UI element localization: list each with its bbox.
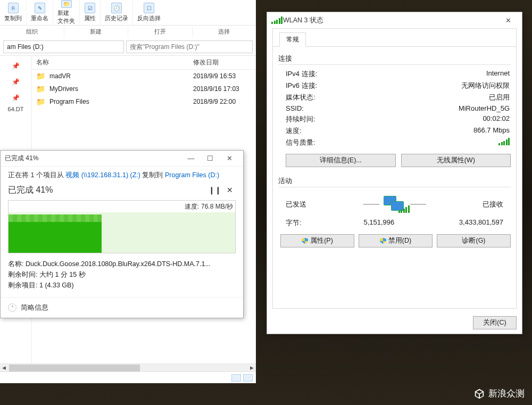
detail-value: 1 (4.33 GB): [39, 282, 74, 289]
kv-key: 速度:: [286, 126, 302, 136]
search-input[interactable]: [130, 43, 249, 51]
copy-progress-dialog: 已完成 41% — ☐ ✕ 正在将 1 个项目从 视频 (\\192.168.3…: [0, 150, 244, 318]
kv-value: MiRouterHD_5G: [459, 104, 510, 112]
search-box[interactable]: [126, 40, 253, 53]
ribbon-copy-to[interactable]: ⎘复制到: [0, 0, 27, 25]
tab-general[interactable]: 常规: [279, 32, 306, 47]
address-text: am Files (D:): [7, 43, 44, 51]
close-button[interactable]: ✕: [498, 14, 518, 26]
scroll-right-icon[interactable]: ▶: [248, 365, 256, 371]
close-button[interactable]: ✕: [220, 153, 239, 164]
wlan-titlebar[interactable]: WLAN 3 状态 ✕: [267, 12, 522, 28]
list-item[interactable]: 📁Program Files2018/9/9 22:00: [32, 95, 256, 108]
signal-strength-icon: [498, 138, 510, 147]
kv-value: 无网络访问权限: [461, 81, 510, 90]
minimize-button[interactable]: —: [181, 153, 201, 164]
activity-graphic: 已发送 已接收: [278, 191, 511, 216]
view-large-button[interactable]: [243, 374, 253, 382]
view-details-button[interactable]: [231, 374, 241, 382]
kv-key: SSID:: [286, 104, 304, 112]
col-date[interactable]: 修改日期: [193, 58, 256, 67]
file-name: Program Files: [49, 98, 193, 105]
properties-button[interactable]: 属性(P): [280, 234, 354, 247]
scrollbar-h[interactable]: ◀ ▶: [0, 363, 256, 371]
ribbon-new-folder[interactable]: 📁新建 文件夹: [53, 0, 80, 25]
scroll-thumb[interactable]: [9, 365, 140, 371]
col-name[interactable]: 名称: [36, 58, 193, 67]
detail-label: 名称:: [8, 260, 23, 268]
network-icon: [384, 196, 406, 213]
properties-icon: ☑: [85, 3, 95, 13]
list-header[interactable]: 名称 修改日期: [32, 56, 256, 70]
pin-icon[interactable]: 📌: [0, 58, 31, 74]
scroll-left-icon[interactable]: ◀: [0, 365, 8, 371]
copy-details: 名称: Duck.Duck.Goose.2018.1080p.BluRay.x2…: [1, 255, 243, 297]
tabstrip: 常规: [273, 29, 516, 47]
maximize-button[interactable]: ☐: [201, 153, 220, 164]
watermark-text: 新浪众测: [488, 387, 525, 400]
new-folder-icon: 📁: [61, 0, 72, 8]
kv-speed: 速度:866.7 Mbps: [278, 125, 511, 137]
sent-dash-icon: [363, 204, 379, 205]
kv-key: 信号质量:: [286, 138, 315, 147]
list-item[interactable]: 📁MyDrivers2018/9/16 17:03: [32, 82, 256, 95]
kv-signal: 信号质量:: [278, 137, 511, 148]
ribbon-group-label: 组织: [0, 27, 64, 38]
pause-button[interactable]: ❙❙: [209, 184, 221, 196]
kv-value: 已启用: [489, 93, 510, 102]
wireless-props-button[interactable]: 无线属性(W): [401, 154, 511, 167]
recv-label: 已接收: [483, 200, 503, 209]
watermark: 新浪众测: [473, 387, 525, 400]
bytes-recv: 3,433,801,597: [429, 218, 503, 228]
kv-ipv6: IPv6 连接:无网络访问权限: [278, 80, 511, 92]
detail-value: Duck.Duck.Goose.2018.1080p.BluRay.x264.D…: [26, 260, 211, 268]
history-icon: 🕘: [111, 3, 122, 13]
ribbon-history[interactable]: 🕘历史记录: [101, 0, 133, 25]
speed-label: 速度:: [185, 202, 199, 211]
tree-item-label[interactable]: 64.DT: [0, 106, 31, 112]
more-info-label: 简略信息: [21, 303, 48, 312]
kv-duration: 持续时间:00:02:02: [278, 113, 511, 125]
scroll-track[interactable]: [9, 365, 247, 371]
close-button[interactable]: 关闭(C): [473, 316, 517, 329]
ribbon-properties[interactable]: ☑属性: [80, 0, 101, 25]
sent-label: 已发送: [286, 200, 306, 209]
detail-row: 名称: Duck.Duck.Goose.2018.1080p.BluRay.x2…: [8, 259, 236, 269]
kv-value: 866.7 Mbps: [473, 126, 510, 136]
copy-description: 正在将 1 个项目从 视频 (\\192.168.31.1) (Z:) 复制到 …: [1, 167, 243, 182]
dialog-titlebar[interactable]: 已完成 41% — ☐ ✕: [1, 151, 243, 167]
ribbon-group-label: 打开: [128, 27, 193, 38]
diagnose-button[interactable]: 诊断(G): [437, 234, 511, 247]
folder-icon: 📁: [36, 72, 45, 80]
section-connection: 连接: [278, 54, 511, 65]
chevron-up-icon: ˄: [8, 303, 16, 312]
address-box[interactable]: am Files (D:): [3, 40, 124, 53]
pin-icon[interactable]: 📌: [0, 90, 31, 106]
ribbon-invert-select[interactable]: ☐反向选择: [133, 0, 165, 25]
kv-key: IPv6 连接:: [286, 81, 317, 90]
disable-button[interactable]: 禁用(D): [359, 234, 433, 247]
detail-label: 剩余时间:: [8, 271, 37, 278]
kv-key: 媒体状态:: [286, 93, 315, 102]
copy-src-link[interactable]: 视频 (\\192.168.31.1) (Z:): [65, 171, 140, 179]
copy-dst-link[interactable]: Program Files (D:): [165, 171, 219, 179]
bytes-sent: 5,151,996: [336, 218, 394, 228]
ribbon-rename[interactable]: ✎重命名: [27, 0, 53, 25]
ribbon-group-label: 选择: [193, 27, 256, 38]
more-info-toggle[interactable]: ˄ 简略信息: [1, 297, 243, 318]
bytes-row: 字节: 5,151,996 3,433,801,597: [278, 216, 511, 233]
chart-fill: [9, 214, 102, 253]
pin-icon[interactable]: 📌: [0, 74, 31, 90]
wlan-status-window: WLAN 3 状态 ✕ 常规 连接 IPv4 连接:Internet IPv6 …: [267, 12, 522, 334]
cancel-button[interactable]: ✕: [224, 184, 236, 196]
status-bar: [0, 371, 256, 383]
details-button[interactable]: 详细信息(E)...: [286, 154, 396, 167]
btn-label: 诊断(G): [462, 236, 485, 245]
speed-readout: 速度: 76.8 MB/秒: [185, 201, 233, 212]
rename-icon: ✎: [35, 3, 45, 13]
cube-icon: [473, 388, 485, 400]
chart-graph: [9, 212, 235, 253]
kv-ssid: SSID:MiRouterHD_5G: [278, 103, 511, 113]
list-item[interactable]: 📁madVR2018/9/9 16:53: [32, 70, 256, 82]
folder-icon: 📁: [36, 85, 45, 93]
